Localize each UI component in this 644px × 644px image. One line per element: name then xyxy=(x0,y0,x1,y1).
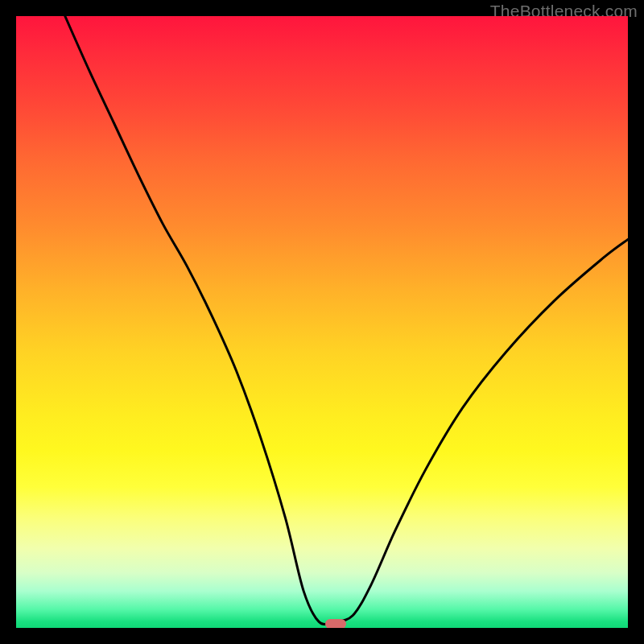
chart-container: TheBottleneck.com xyxy=(0,0,644,644)
plot-area xyxy=(16,16,628,628)
optimal-point-marker xyxy=(325,619,346,628)
bottleneck-curve xyxy=(16,16,628,628)
